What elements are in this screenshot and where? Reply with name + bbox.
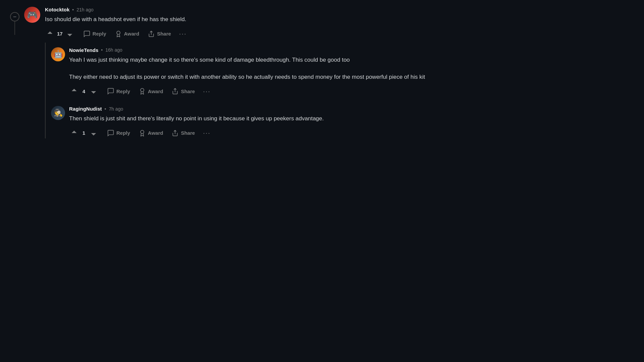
reply-1-text: Yeah I was just thinking maybe change it…: [69, 56, 634, 81]
timestamp-nowie: 16h ago: [105, 47, 122, 53]
reply-2-header: RagingNudist • 7h ago: [69, 106, 634, 112]
downvote-button-3[interactable]: [89, 128, 99, 138]
comment-1-text: Iso should die with a headshot even if h…: [45, 15, 634, 24]
share-button-2[interactable]: Share: [168, 86, 198, 97]
reply-2: 🕵️ RagingNudist • 7h ago Then shield is …: [51, 101, 634, 138]
reply-button-3[interactable]: Reply: [104, 128, 133, 138]
thread-line: [14, 21, 15, 35]
avatar-raging: 🕵️: [51, 106, 65, 120]
more-button-1[interactable]: ···: [176, 28, 190, 39]
vote-count-1: 17: [57, 31, 63, 37]
award-button-3[interactable]: Award: [136, 128, 167, 138]
svg-point-2: [141, 130, 144, 133]
downvote-button-1[interactable]: [65, 29, 75, 39]
reply-2-actions: 1 Reply Award: [69, 128, 634, 138]
timestamp-kotocktok: 21h ago: [76, 7, 94, 12]
username-kotocktok: Kotocktok: [45, 7, 69, 12]
timestamp-raging: 7h ago: [109, 106, 123, 112]
comment-1-body: Kotocktok • 21h ago Iso should die with …: [45, 7, 634, 39]
more-button-3[interactable]: ···: [200, 128, 213, 138]
reply-button-2[interactable]: Reply: [104, 86, 133, 97]
comment-thread: − 🎮 Kotocktok • 21h ago Iso should die w…: [0, 0, 644, 150]
vote-section-3: 1: [69, 128, 99, 138]
avatar-kotocktok: 🎮: [24, 7, 40, 23]
username-nowie: NowieTends: [69, 47, 98, 53]
comment-1: 🎮 Kotocktok • 21h ago Iso should die wit…: [24, 7, 634, 39]
reply-2-body: RagingNudist • 7h ago Then shield is jus…: [69, 106, 634, 138]
reply-1-actions: 4 Reply Award: [69, 86, 634, 97]
upvote-button-1[interactable]: [45, 29, 55, 39]
award-button-1[interactable]: Award: [112, 28, 143, 39]
more-button-2[interactable]: ···: [200, 86, 213, 97]
replies-section: 🤖 NowieTends • 16h ago Yeah I was just t…: [45, 43, 634, 138]
dot-separator-3: •: [105, 106, 106, 112]
svg-point-0: [117, 31, 120, 34]
vote-count-3: 1: [81, 130, 87, 136]
dot-separator-1: •: [72, 7, 74, 12]
svg-point-1: [141, 88, 144, 92]
collapse-button[interactable]: −: [10, 12, 19, 21]
thread-line-column: −: [10, 7, 19, 35]
vote-section-1: 17: [45, 29, 75, 39]
main-comment-row: − 🎮 Kotocktok • 21h ago Iso should die w…: [10, 7, 634, 143]
share-button-1[interactable]: Share: [145, 28, 174, 39]
reply-button-1[interactable]: Reply: [80, 28, 110, 39]
username-raging: RagingNudist: [69, 106, 102, 112]
reply-1-body: NowieTends • 16h ago Yeah I was just thi…: [69, 47, 634, 97]
vote-section-2: 4: [69, 86, 99, 96]
comment-1-actions: 17 Reply Award: [45, 28, 634, 39]
dot-separator-2: •: [101, 47, 103, 53]
award-button-2[interactable]: Award: [136, 86, 167, 97]
share-button-3[interactable]: Share: [168, 128, 198, 138]
upvote-button-3[interactable]: [69, 128, 79, 138]
avatar-nowie: 🤖: [51, 47, 65, 61]
reply-1: 🤖 NowieTends • 16h ago Yeah I was just t…: [51, 43, 634, 97]
comment-1-header: Kotocktok • 21h ago: [45, 7, 634, 12]
upvote-button-2[interactable]: [69, 86, 79, 96]
reply-1-header: NowieTends • 16h ago: [69, 47, 634, 53]
downvote-button-2[interactable]: [89, 86, 99, 96]
reply-2-text: Then shield is just shit and there's lit…: [69, 114, 634, 123]
vote-count-2: 4: [81, 88, 87, 94]
